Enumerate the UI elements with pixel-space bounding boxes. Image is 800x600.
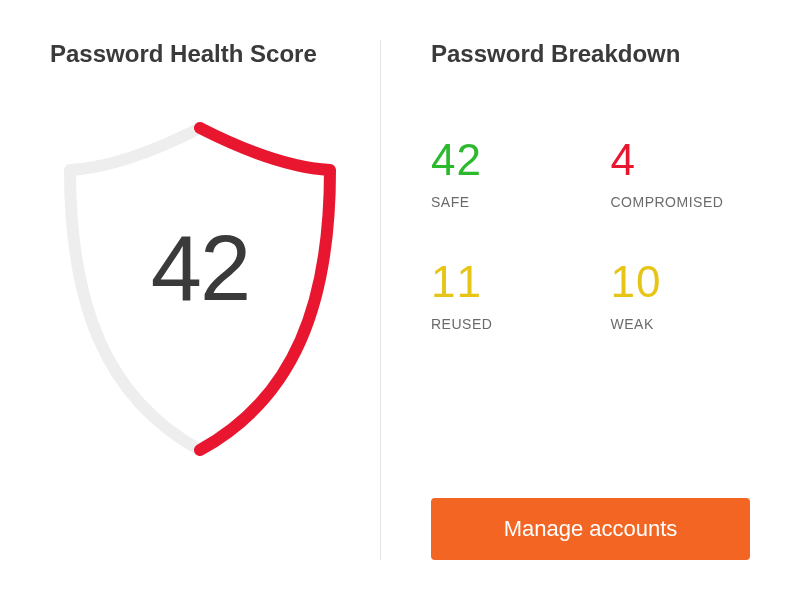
breakdown-panel: Password Breakdown 42 SAFE 4 COMPROMISED…	[381, 0, 800, 600]
manage-accounts-button[interactable]: Manage accounts	[431, 498, 750, 560]
stat-compromised-label: COMPROMISED	[611, 194, 751, 210]
stat-weak-label: WEAK	[611, 316, 751, 332]
stat-reused-value: 11	[431, 260, 571, 304]
stat-weak-value: 10	[611, 260, 751, 304]
stat-reused: 11 REUSED	[431, 260, 571, 332]
breakdown-title: Password Breakdown	[431, 40, 750, 68]
stat-safe: 42 SAFE	[431, 138, 571, 210]
health-score-title: Password Health Score	[50, 40, 360, 68]
breakdown-grid: 42 SAFE 4 COMPROMISED 11 REUSED 10 WEAK	[431, 138, 750, 332]
stat-weak: 10 WEAK	[611, 260, 751, 332]
shield-score-gauge: 42	[50, 108, 350, 468]
health-score-value: 42	[50, 108, 350, 428]
stat-compromised: 4 COMPROMISED	[611, 138, 751, 210]
stat-safe-label: SAFE	[431, 194, 571, 210]
stat-reused-label: REUSED	[431, 316, 571, 332]
stat-compromised-value: 4	[611, 138, 751, 182]
health-score-panel: Password Health Score 42	[0, 0, 380, 600]
stat-safe-value: 42	[431, 138, 571, 182]
